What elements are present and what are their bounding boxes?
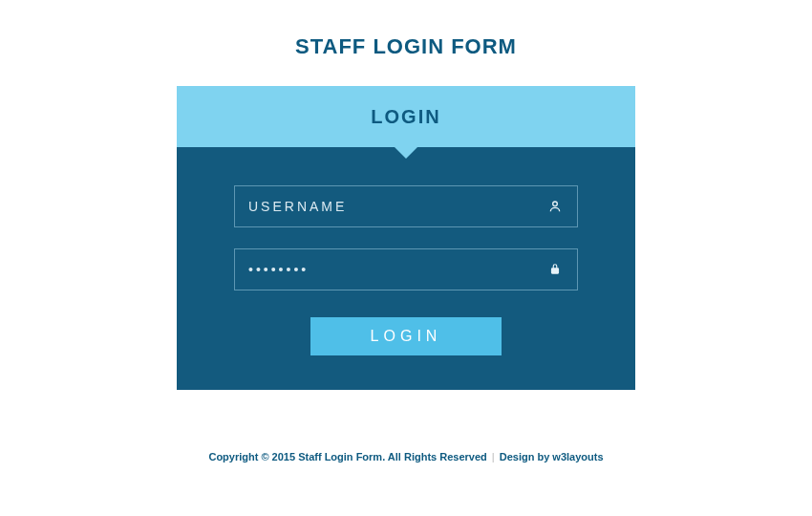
username-field[interactable]	[234, 185, 578, 227]
lock-icon	[546, 261, 564, 278]
password-field[interactable]	[234, 248, 578, 290]
footer-design-link[interactable]: w3layouts	[552, 451, 603, 462]
username-input[interactable]	[248, 199, 546, 214]
page-title: STAFF LOGIN FORM	[295, 34, 517, 59]
login-card-header: LOGIN	[177, 86, 635, 147]
login-header-label: LOGIN	[371, 106, 440, 128]
login-card: LOGIN LOGIN	[177, 86, 635, 390]
login-button[interactable]: LOGIN	[310, 317, 502, 355]
footer-copyright: Copyright © 2015 Staff Login Form. All R…	[208, 451, 486, 462]
footer-design-prefix: Design by	[500, 451, 553, 462]
password-input[interactable]	[248, 262, 546, 277]
footer: Copyright © 2015 Staff Login Form. All R…	[208, 451, 603, 462]
login-card-body: LOGIN	[177, 147, 635, 390]
svg-point-0	[553, 202, 558, 206]
user-icon	[546, 198, 564, 215]
footer-separator: |	[490, 451, 497, 462]
